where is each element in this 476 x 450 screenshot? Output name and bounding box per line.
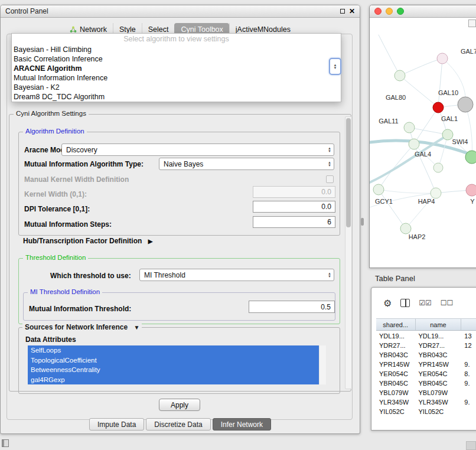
network-node[interactable] — [465, 151, 476, 164]
bottom-tab-discretize-data[interactable]: Discretize Data — [146, 418, 210, 431]
network-edge[interactable] — [379, 190, 406, 229]
hub-definition-label: Hub/Transcription Factor Definition — [23, 237, 142, 245]
network-node[interactable] — [400, 223, 411, 234]
algorithm-placeholder-option[interactable]: Select algorithm to view settings — [12, 34, 341, 45]
table-cell: 8. — [461, 370, 476, 377]
algorithm-option-mutual-information-inference[interactable]: Mutual Information Inference — [12, 73, 341, 83]
mi-threshold-field[interactable]: 0.5 — [249, 301, 335, 313]
algorithm-option-bayesian-hill-climbing[interactable]: Bayesian - Hill Climbing — [12, 45, 341, 54]
aracne-mode-select[interactable]: Discovery ▲▼ — [61, 144, 334, 156]
scrollbar-thumb[interactable] — [346, 118, 351, 227]
network-node[interactable] — [431, 188, 441, 198]
algorithm-option-dream8-dc-tdc-algorithm[interactable]: Dream8 DC_TDC Algorithm — [12, 92, 341, 102]
network-node[interactable] — [458, 97, 473, 112]
network-node[interactable] — [466, 184, 476, 196]
node-label-y: Y — [470, 198, 475, 205]
sources-title-label: Sources for Network Inference — [25, 323, 128, 331]
network-node[interactable] — [409, 139, 419, 149]
network-node[interactable] — [442, 129, 453, 140]
network-node[interactable] — [373, 184, 384, 195]
attribute-item-selfloops[interactable]: SelfLoops — [28, 345, 319, 356]
column-header-shared[interactable]: shared... — [376, 319, 416, 330]
window-title: Control Panel — [5, 7, 48, 15]
deselect-all-icon[interactable]: ☐☐ — [441, 299, 454, 307]
column-header-name[interactable]: name — [416, 319, 462, 330]
network-edge[interactable] — [414, 107, 438, 144]
network-edge[interactable] — [400, 58, 442, 76]
network-graph[interactable]: GAL80GAL10GAL7GAL11GAL1SWI4GAL4GCY1HAP4Y… — [370, 18, 476, 268]
float-window-icon[interactable] — [340, 9, 345, 14]
select-all-icon[interactable]: ☑☑ — [419, 299, 432, 307]
attribute-item-betweennesscentrality[interactable]: BetweennessCentrality — [28, 365, 319, 375]
network-edge[interactable] — [400, 76, 438, 107]
table-row[interactable]: YBR043CYBR043C — [376, 350, 476, 360]
mi-steps-field[interactable]: 6 — [253, 216, 335, 228]
table-cell: YDL19... — [376, 332, 415, 340]
sources-expander[interactable]: Sources for Network Inference ▼ — [22, 323, 142, 331]
table-row[interactable]: YLR345WYLR345W9. — [376, 397, 476, 407]
table-cell: YER054C — [376, 370, 415, 377]
network-node[interactable] — [404, 122, 415, 133]
network-edge[interactable] — [379, 190, 436, 193]
close-traffic-light-icon[interactable] — [374, 8, 382, 15]
table-cell: 9. — [461, 380, 476, 387]
control-panel-window: Control Panel ✕ NetworkStyleSelectCyni T… — [0, 5, 360, 434]
table-cell: YIL052C — [415, 408, 461, 415]
table-row[interactable]: YDL19...YDL19...13 — [376, 331, 476, 341]
table-row[interactable]: YBR045CYBR045C9. — [376, 379, 476, 388]
apply-button[interactable]: Apply — [159, 399, 200, 411]
dpi-tolerance-field[interactable]: 0.0 — [253, 201, 335, 213]
data-attributes-list[interactable]: SelfLoopsTopologicalCoefficientBetweenne… — [28, 345, 326, 384]
network-edge[interactable] — [438, 58, 442, 107]
column-header-extra[interactable] — [461, 319, 476, 330]
table-cell: YPR145W — [415, 361, 461, 368]
manual-kernel-width-checkbox[interactable] — [326, 175, 334, 183]
group-title-settings: Cyni Algorithm Settings — [14, 110, 89, 117]
attribute-item-topologicalcoefficient[interactable]: TopologicalCoefficient — [28, 356, 319, 366]
settings-scrollbar[interactable] — [345, 116, 352, 389]
splitter-handle[interactable] — [361, 218, 364, 226]
group-title-mi-threshold: MI Threshold Definition — [28, 288, 102, 295]
resize-grip[interactable] — [466, 441, 476, 450]
bottom-tab-infer-network[interactable]: Infer Network — [213, 418, 271, 431]
algorithm-option-aracne-algorithm[interactable]: ARACNE Algorithm — [12, 64, 341, 73]
table-row[interactable]: YDR27...YDR27...12 — [376, 341, 476, 350]
kernel-width-field[interactable]: 0.0 — [253, 186, 335, 198]
table-row[interactable]: YIL052CYIL052C — [376, 407, 476, 416]
control-panel-titlebar[interactable]: Control Panel ✕ — [1, 5, 360, 18]
network-node[interactable] — [437, 53, 448, 64]
which-threshold-value: MI Threshold — [144, 271, 185, 279]
node-label-gal1: GAL1 — [441, 115, 458, 122]
node-label-gal11: GAL11 — [379, 118, 398, 125]
zoom-traffic-light-icon[interactable] — [397, 8, 404, 15]
network-window-titlebar[interactable] — [370, 5, 476, 18]
birdseye-toggle-icon[interactable] — [468, 19, 476, 27]
gear-icon[interactable]: ⚙ — [383, 298, 392, 309]
bottom-tab-impute-data[interactable]: Impute Data — [89, 418, 144, 431]
network-edge[interactable] — [379, 35, 400, 76]
panel-dock-icon[interactable] — [2, 439, 9, 447]
table-row[interactable]: YER054CYER054C8. — [376, 369, 476, 379]
attribute-item-gal4rgexp[interactable]: gal4RGexp — [28, 375, 319, 385]
network-edge[interactable] — [409, 128, 448, 135]
mi-algorithm-type-select[interactable]: Naive Bayes ▲▼ — [159, 158, 334, 170]
node-label-hap4: HAP4 — [418, 198, 435, 205]
minimize-traffic-light-icon[interactable] — [386, 8, 393, 15]
manual-kernel-width-label: Manual Kernel Width Definition — [24, 175, 129, 184]
algorithm-option-bayesian-k2[interactable]: Bayesian - K2 — [12, 83, 341, 92]
network-node[interactable] — [395, 70, 405, 81]
list-scrollbar[interactable] — [319, 345, 326, 384]
which-threshold-label: Which threshold to use: — [50, 272, 131, 280]
which-threshold-select[interactable]: MI Threshold ▲▼ — [139, 269, 334, 281]
network-node[interactable] — [433, 163, 443, 172]
table-row[interactable]: YBL079WYBL079W — [376, 388, 476, 397]
algorithm-combo-stepper-icon[interactable]: ▲▼ — [329, 58, 341, 75]
hub-definition-expander[interactable]: Hub/Transcription Factor Definition ▶ — [23, 237, 152, 245]
algorithm-option-basic-correlation-inference[interactable]: Basic Correlation Inference — [12, 54, 341, 64]
table-cell: YLR345W — [376, 399, 415, 406]
algorithm-dropdown-popup: Select algorithm to view settings Bayesi… — [11, 33, 341, 102]
columns-icon[interactable] — [400, 299, 410, 307]
network-node[interactable] — [433, 102, 444, 113]
close-window-icon[interactable]: ✕ — [349, 8, 355, 14]
table-row[interactable]: YPR145WYPR145W9. — [376, 360, 476, 369]
